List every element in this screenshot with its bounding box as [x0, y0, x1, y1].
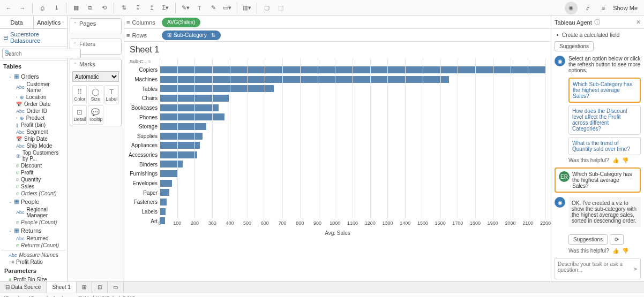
save-icon[interactable]: ⎙	[36, 2, 49, 14]
rows-shelf[interactable]: ≡Rows ⊞Sub-Category⇅	[124, 29, 551, 42]
mark-label[interactable]: TLabel	[104, 85, 119, 104]
new-story-icon[interactable]: ▭	[108, 281, 124, 293]
pages-shelf[interactable]: ⌃Pages	[70, 18, 122, 34]
columns-shelf[interactable]: ≡Columns AVG(Sales)	[124, 16, 551, 29]
param-profit-bin[interactable]: #Profit Bin Size	[1, 276, 66, 281]
field-returns-count[interactable]: #Returns (Count)	[1, 242, 66, 249]
marks-type-select[interactable]: Automatic	[72, 71, 119, 82]
group-orders[interactable]: ⌄▦Orders	[1, 72, 66, 81]
new-worksheet-icon[interactable]: ▦	[70, 2, 83, 14]
format-pane-icon[interactable]: ⫽	[581, 2, 594, 14]
totals-icon[interactable]: Σ▾	[159, 2, 172, 14]
send-icon[interactable]: ➤	[633, 266, 638, 272]
fit-icon[interactable]: ▭▾	[221, 2, 234, 14]
field-people-count[interactable]: #People (Count)	[1, 219, 66, 226]
text-icon[interactable]: T	[193, 2, 206, 14]
format-icon[interactable]: ✎	[207, 2, 220, 14]
bar[interactable]	[160, 104, 219, 111]
field-top-customers[interactable]: ◎Top Customers by P...	[1, 149, 66, 162]
group-returns[interactable]: ⌄▦Returns	[1, 226, 66, 235]
forward-icon[interactable]: →	[16, 2, 29, 14]
group-people[interactable]: ⌄▦People	[1, 197, 66, 206]
highlight-icon[interactable]: ✎▾	[179, 2, 192, 14]
swap-icon[interactable]: ⇅	[117, 2, 130, 14]
field-orders-count[interactable]: #Orders (Count)	[1, 190, 66, 197]
field-quantity[interactable]: #Quantity	[1, 176, 66, 183]
bar[interactable]	[160, 113, 224, 120]
thumbs-down-icon[interactable]: 👎	[622, 157, 628, 163]
info-icon[interactable]: ⓘ	[594, 18, 600, 26]
bar[interactable]	[160, 208, 166, 215]
suggestion-card-2[interactable]: How does the Discount level affect the P…	[568, 105, 641, 135]
chart-type-icon[interactable]: ▥▾	[241, 2, 253, 14]
field-order-date[interactable]: 📅Order Date	[1, 101, 66, 108]
bar[interactable]	[160, 161, 183, 167]
bar[interactable]	[160, 142, 200, 149]
bar[interactable]	[160, 170, 177, 177]
agent-textarea[interactable]	[558, 261, 631, 276]
field-product[interactable]: ›⊕Product	[1, 115, 66, 121]
agent-input[interactable]: ➤	[555, 258, 641, 279]
field-returned[interactable]: AbcReturned	[1, 235, 66, 242]
pill-avg-sales[interactable]: AVG(Sales)	[162, 18, 200, 27]
datasource-link[interactable]: ⊟ Superstore Datasource	[0, 29, 67, 47]
tab-sheet1[interactable]: Sheet 1	[47, 281, 76, 293]
field-order-id[interactable]: AbcOrder ID	[1, 108, 66, 115]
refresh-button[interactable]: ⟳	[610, 234, 624, 245]
field-segment[interactable]: AbcSegment	[1, 128, 66, 135]
field-measure-names[interactable]: AbcMeasure Names	[1, 252, 66, 258]
presentation-icon[interactable]: ▢	[260, 2, 273, 14]
field-ship-date[interactable]: 📅Ship Date	[1, 135, 66, 142]
thumbs-up-icon[interactable]: 👍	[612, 248, 619, 254]
bar[interactable]	[160, 180, 172, 187]
suggestion-card-3[interactable]: What is the trend of Quantity sold over …	[568, 137, 641, 155]
agent-toggle-icon[interactable]: ◉	[565, 2, 578, 14]
agent-action-item[interactable]: Create a calculated field	[555, 32, 641, 38]
bar[interactable]	[160, 189, 169, 196]
close-icon[interactable]: ✕	[636, 19, 641, 26]
share-icon[interactable]: ⬚	[274, 2, 287, 14]
sort-desc-icon[interactable]: ↥	[145, 2, 158, 14]
field-location[interactable]: ›⊕Location	[1, 94, 66, 101]
mark-tooltip[interactable]: 💬Tooltip	[88, 105, 103, 125]
sort-indicator-icon[interactable]: ≡	[148, 59, 151, 64]
new-data-icon[interactable]: ⤓	[50, 2, 63, 14]
bar[interactable]	[160, 123, 206, 130]
chart[interactable]: Sub-C...≡ CopiersMachinesTablesChairsBoo…	[130, 58, 545, 229]
sort-asc-icon[interactable]: ↧	[131, 2, 144, 14]
search-input[interactable]	[2, 49, 81, 58]
field-ship-mode[interactable]: AbcShip Mode	[1, 142, 66, 149]
sheet-title[interactable]: Sheet 1	[124, 42, 551, 58]
tab-data[interactable]: Data	[0, 16, 34, 28]
field-profit-bin[interactable]: ⫿Profit (bin)	[1, 121, 66, 128]
showme-icon[interactable]: ≡	[597, 2, 610, 14]
suggestions-button[interactable]: Suggestions	[555, 41, 594, 51]
showme-label[interactable]: Show Me	[613, 5, 638, 11]
pill-subcategory[interactable]: ⊞Sub-Category⇅	[162, 31, 221, 40]
thumbs-down-icon[interactable]: 👎	[622, 248, 628, 254]
clear-icon[interactable]: ⟲	[98, 2, 110, 14]
new-dashboard-icon[interactable]: ⊡	[92, 281, 108, 293]
field-customer-name[interactable]: AbcCustomer Name	[1, 81, 66, 94]
suggestions-button-2[interactable]: Suggestions	[568, 234, 608, 245]
field-regional-manager[interactable]: AbcRegional Manager	[1, 206, 66, 219]
field-discount[interactable]: #Discount	[1, 162, 66, 169]
tab-datasource[interactable]: ⊟ Data Source	[0, 281, 47, 293]
field-sales[interactable]: #Sales	[1, 183, 66, 190]
thumbs-up-icon[interactable]: 👍	[612, 157, 619, 163]
mark-size[interactable]: ◯Size	[88, 85, 103, 104]
field-profit[interactable]: #Profit	[1, 169, 66, 176]
duplicate-icon[interactable]: ⧉	[84, 2, 96, 14]
field-profit-ratio[interactable]: =#Profit Ratio	[1, 258, 66, 265]
x-tick: 400	[226, 220, 234, 226]
suggestion-card-1[interactable]: Which Sub-Category has the highest avera…	[568, 78, 641, 103]
bar[interactable]	[160, 151, 197, 158]
mark-detail[interactable]: ⊡Detail	[72, 105, 87, 125]
tab-analytics[interactable]: Analytics ‹	[34, 16, 67, 28]
new-sheet-icon[interactable]: ⊞	[77, 281, 92, 293]
back-icon[interactable]: ←	[2, 2, 15, 14]
bar[interactable]	[160, 217, 165, 224]
mark-color[interactable]: ⠿Color	[72, 85, 87, 104]
bar[interactable]	[160, 133, 203, 140]
bar[interactable]	[160, 199, 167, 205]
